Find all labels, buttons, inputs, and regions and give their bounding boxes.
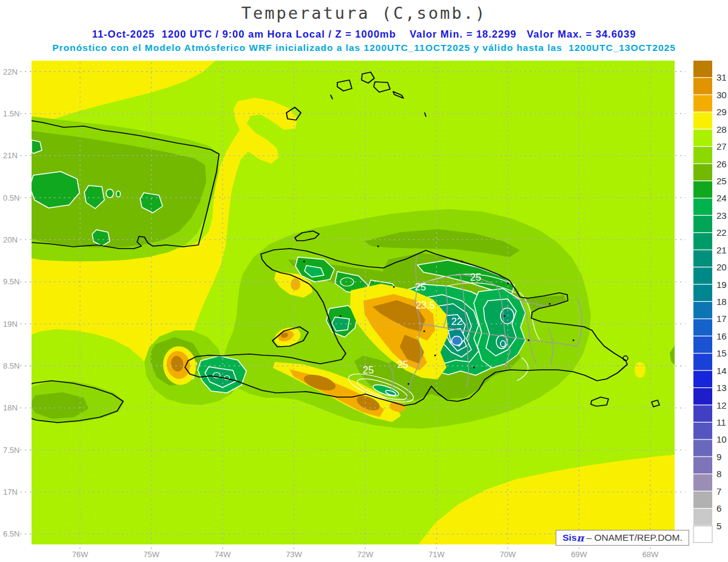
- colorbar-tick-label: 11: [716, 417, 726, 427]
- temperature-map: 2523.522252525 22N1.5N21N0.5N20N9.5N19N8…: [0, 0, 728, 562]
- lon-tick-label: 72W: [357, 550, 374, 559]
- colorbar-swatch: [693, 423, 712, 439]
- colorbar-tick-label: 20: [716, 262, 727, 272]
- colorbar-tick-label: 27: [716, 141, 727, 152]
- colorbar-tick-label: 10: [716, 434, 727, 444]
- lat-tick-label: 6.5N: [3, 529, 19, 538]
- watermark-brand: Sis: [562, 532, 576, 543]
- colorbar: 3130292827262524232221201918171615141312…: [693, 61, 727, 543]
- colorbar-tick-label: 18: [716, 296, 727, 307]
- lon-tick-label: 70W: [500, 550, 516, 559]
- contour-label: 23.5: [416, 299, 435, 310]
- lat-tick-label: 20N: [3, 235, 18, 244]
- colorbar-swatch: [693, 474, 712, 490]
- colorbar-swatch: [693, 147, 712, 163]
- colorbar-swatch: [693, 130, 712, 146]
- colorbar-swatch: [693, 319, 712, 335]
- colorbar-tick-label: 6: [716, 503, 721, 513]
- lat-tick-label: 7.5N: [3, 446, 19, 455]
- colorbar-swatch: [693, 526, 712, 543]
- watermark-box: Sisπ – ONAMET/REP.DOM.: [556, 530, 689, 546]
- lat-tick-label: 22N: [3, 67, 18, 76]
- colorbar-tick-label: 9: [716, 452, 721, 462]
- colorbar-swatch: [693, 181, 712, 198]
- colorbar-tick-label: 28: [716, 124, 727, 135]
- lat-tick-label: 18N: [3, 403, 18, 412]
- lon-tick-label: 73W: [286, 550, 302, 559]
- contour-label: 22: [451, 316, 462, 327]
- colorbar-swatch: [693, 78, 712, 94]
- lat-tick-label: 21N: [3, 151, 18, 160]
- colorbar-tick-label: 23: [716, 210, 727, 221]
- colorbar-tick-label: 25: [716, 176, 727, 186]
- colorbar-swatch: [693, 198, 712, 215]
- lon-tick-label: 76W: [72, 550, 89, 559]
- chart-title: Temperatura (C,somb.): [0, 4, 728, 22]
- colorbar-swatch: [693, 302, 712, 318]
- colorbar-swatch: [693, 216, 712, 232]
- contour-label: 25: [397, 359, 408, 370]
- colorbar-swatch: [693, 250, 712, 267]
- colorbar-swatch: [693, 388, 712, 404]
- colorbar-swatch: [693, 440, 712, 456]
- lat-tick-label: 8.5N: [3, 361, 19, 370]
- lon-tick-label: 69W: [571, 550, 587, 559]
- colorbar-tick-label: 24: [716, 193, 727, 203]
- colorbar-tick-label: 14: [716, 366, 727, 376]
- colorbar-tick-label: 30: [716, 90, 727, 100]
- contour-label: 25: [363, 364, 374, 375]
- colorbar-tick-label: 15: [716, 348, 727, 358]
- colorbar-swatch: [693, 267, 712, 284]
- colorbar-tick-label: 17: [716, 313, 727, 324]
- colorbar-tick-label: 22: [716, 227, 727, 238]
- lat-tick-label: 0.5N: [3, 193, 19, 202]
- green-blob-cuba-7: [32, 140, 42, 153]
- colorbar-tick-label: 5: [716, 521, 721, 531]
- chart-subtitle-run: 11-Oct-2025 1200 UTC / 9:00 am Hora Loca…: [0, 28, 728, 40]
- green-blob-cuba-3: [106, 189, 113, 198]
- colorbar-swatch: [693, 353, 712, 370]
- weather-map-page: 2523.522252525 22N1.5N21N0.5N20N9.5N19N8…: [0, 0, 728, 562]
- colorbar-swatch: [693, 509, 712, 525]
- colorbar-tick-label: 7: [716, 486, 721, 497]
- lon-tick-label: 75W: [143, 550, 160, 559]
- lat-tick-label: 1.5N: [3, 109, 19, 118]
- lat-tick-label: 19N: [3, 319, 18, 329]
- colorbar-swatch: [693, 492, 712, 508]
- colorbar-swatch: [693, 457, 712, 473]
- green-east-5: [500, 341, 505, 347]
- lon-tick-label: 74W: [215, 550, 231, 559]
- colorbar-tick-label: 12: [716, 400, 727, 410]
- colorbar-swatch: [693, 285, 712, 301]
- colorbar-swatch: [693, 164, 712, 181]
- watermark-org: – ONAMET/REP.DOM.: [584, 532, 682, 543]
- colorbar-tick-label: 21: [716, 245, 727, 255]
- colorbar-swatch: [693, 61, 712, 77]
- colorbar-tick-label: 19: [716, 279, 727, 290]
- lat-tick-label: 9.5N: [3, 277, 19, 286]
- contour-label: 25: [470, 272, 481, 283]
- colorbar-tick-label: 8: [716, 469, 721, 479]
- colorbar-swatch: [693, 406, 712, 422]
- chart-subtitle-model: Pronóstico con el Modelo Atmósferico WRF…: [0, 42, 728, 53]
- lat-tick-label: 17N: [3, 487, 18, 497]
- colorbar-swatch: [693, 112, 712, 129]
- pi-symbol: π: [577, 532, 584, 544]
- colorbar-swatch: [693, 336, 712, 353]
- contour-label: 25: [415, 281, 426, 292]
- colorbar-tick-label: 16: [716, 331, 727, 341]
- lon-tick-label: 71W: [428, 550, 445, 559]
- colorbar-tick-label: 26: [716, 159, 727, 169]
- colorbar-swatch: [693, 95, 712, 112]
- coldest-spot: [452, 336, 462, 346]
- warm-spot-east-sea: [635, 362, 645, 378]
- colorbar-swatch: [693, 233, 712, 249]
- colorbar-swatch: [693, 371, 712, 387]
- hot-baie-de-henne: [291, 278, 300, 290]
- colorbar-tick-label: 29: [716, 107, 727, 117]
- colorbar-tick-label: 31: [716, 72, 727, 82]
- green-blob-cuba-4: [116, 191, 121, 197]
- lon-tick-label: 68W: [642, 550, 659, 559]
- colorbar-tick-label: 13: [716, 383, 727, 393]
